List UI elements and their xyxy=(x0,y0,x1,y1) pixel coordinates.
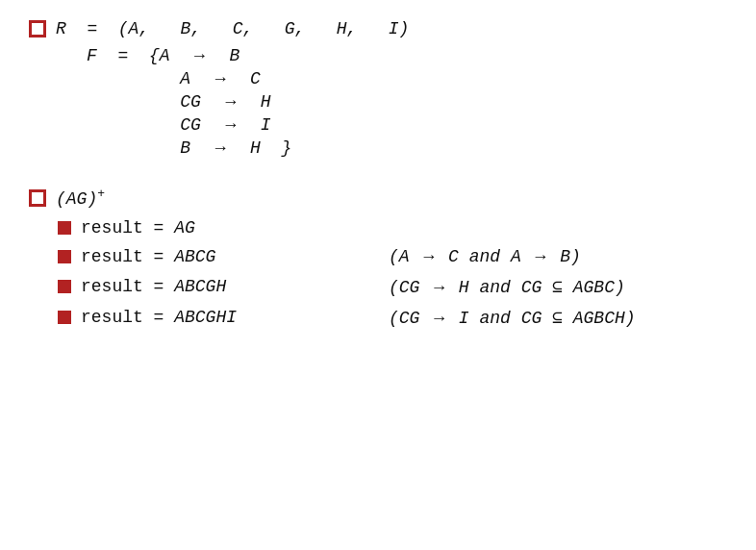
annotation-2: (CG → H and CG ⊆ AGBC) xyxy=(389,276,625,297)
result-line-3: result = ABCGHI (CG → I and CG ⊆ AGBCH) xyxy=(58,307,727,328)
r-line: R = (A, B, C, G, H, I) xyxy=(29,19,727,38)
result-line-1: result = ABCG (A → C and A → B) xyxy=(58,247,727,266)
result-text-1: result = ABCG xyxy=(81,247,215,266)
annotation-1: (A → C and A → B) xyxy=(389,247,581,266)
bullet-outline-ag xyxy=(29,189,46,207)
result-text-3: result = ABCGHI xyxy=(81,308,237,327)
section-rf: R = (A, B, C, G, H, I) F = {A → B A → C … xyxy=(29,19,727,158)
ag-expression: (AG)+ xyxy=(56,187,105,209)
f-open: F = {A → B xyxy=(87,46,239,65)
results-block: result = AG result = ABCG (A → C and A →… xyxy=(29,218,727,328)
result-text-2: result = ABCGH xyxy=(81,277,226,296)
bullet-outline-r xyxy=(29,20,46,38)
bullet-filled-1 xyxy=(58,250,71,263)
f-expr-4: B → H } xyxy=(87,138,291,158)
result-label-0: result = AG xyxy=(81,218,389,238)
result-text-0: result = AG xyxy=(81,218,195,238)
f-expr-2: CG → H xyxy=(87,92,271,112)
f-block: F = {A → B A → C CG → H CG → I B → H } xyxy=(87,46,727,158)
f-expr-3: CG → I xyxy=(87,115,271,135)
section-ag-closure: (AG)+ result = AG result = ABCG (A → C a… xyxy=(29,187,727,328)
f-line-4: B → H } xyxy=(87,138,727,158)
result-label-3: result = ABCGHI xyxy=(81,308,389,327)
f-expr-1: A → C xyxy=(87,69,261,88)
bullet-filled-0 xyxy=(58,221,71,235)
annotation-3: (CG → I and CG ⊆ AGBCH) xyxy=(389,307,636,328)
result-label-2: result = ABCGH xyxy=(81,277,389,296)
f-header: F = {A → B xyxy=(87,46,727,65)
bullet-filled-3 xyxy=(58,311,71,324)
f-line-2: CG → H xyxy=(87,92,727,112)
ag-header-line: (AG)+ xyxy=(29,187,727,209)
result-line-0: result = AG xyxy=(58,218,727,238)
result-label-1: result = ABCG xyxy=(81,247,389,266)
bullet-filled-2 xyxy=(58,280,71,293)
r-expression: R = (A, B, C, G, H, I) xyxy=(56,19,409,38)
f-line-3: CG → I xyxy=(87,115,727,135)
f-line-1: A → C xyxy=(87,69,727,88)
result-line-2: result = ABCGH (CG → H and CG ⊆ AGBC) xyxy=(58,276,727,297)
